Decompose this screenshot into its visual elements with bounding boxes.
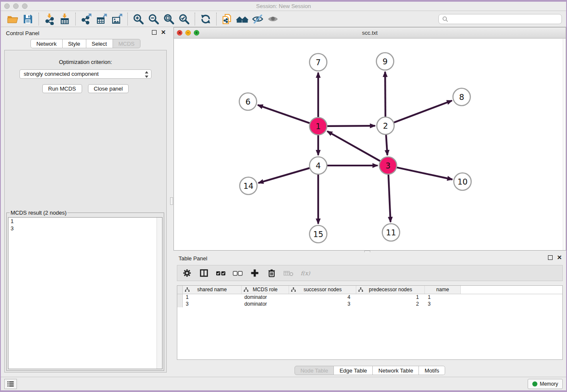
- delete-columns-button[interactable]: [266, 268, 277, 279]
- split-columns-button[interactable]: [198, 268, 209, 279]
- import-table-button[interactable]: [57, 12, 72, 26]
- delete-table-button[interactable]: [283, 268, 294, 279]
- graph-edge-1-2[interactable]: [327, 126, 375, 126]
- network-vscrollbar[interactable]: [563, 39, 566, 250]
- panel-splitter[interactable]: [170, 27, 173, 377]
- cell-mcds-role[interactable]: dominator: [241, 301, 289, 307]
- optimization-criterion-select[interactable]: strongly connected component: [19, 69, 151, 79]
- graph-node-label: 3: [385, 161, 391, 170]
- cell-predecessor-nodes[interactable]: 2: [356, 301, 425, 307]
- graph-node-2[interactable]: 2: [377, 117, 394, 135]
- column-header-name[interactable]: name: [425, 286, 460, 294]
- graph-node-8[interactable]: 8: [453, 88, 471, 106]
- deselect-all-columns-button[interactable]: [232, 268, 243, 279]
- float-panel-icon[interactable]: [548, 255, 553, 260]
- zoom-fit-button[interactable]: [161, 12, 176, 26]
- zoom-out-button[interactable]: [146, 12, 161, 26]
- export-network-icon: [80, 13, 92, 25]
- tab-style[interactable]: Style: [63, 39, 86, 48]
- graph-edge-4-14[interactable]: [259, 168, 310, 183]
- float-panel-icon[interactable]: [152, 30, 157, 35]
- toolbar-separator: [216, 13, 217, 25]
- select-all-columns-button[interactable]: [215, 268, 226, 279]
- cell-name[interactable]: 3: [425, 301, 460, 307]
- cell-successor-nodes[interactable]: 3: [289, 301, 356, 307]
- graph-node-7[interactable]: 7: [310, 54, 327, 71]
- column-header-shared-name[interactable]: shared name: [183, 286, 242, 294]
- graph-node-1[interactable]: 1: [310, 118, 327, 135]
- search-field[interactable]: [438, 14, 562, 24]
- control-panel: Control Panel ✕ NetworkStyleSelectMCDS O…: [1, 27, 170, 377]
- cell-shared-name[interactable]: 3: [183, 301, 242, 307]
- search-input[interactable]: [451, 16, 558, 22]
- toolbar-separator: [39, 13, 39, 25]
- run-mcds-button[interactable]: Run MCDS: [42, 84, 82, 93]
- graph-node-6[interactable]: 6: [239, 93, 257, 110]
- table-toolbar: f(x): [177, 265, 563, 281]
- close-panel-button[interactable]: Close panel: [88, 84, 129, 93]
- graph-node-9[interactable]: 9: [377, 53, 394, 70]
- zoom-selected-button[interactable]: [176, 12, 192, 26]
- graph-node-14[interactable]: 14: [240, 177, 257, 195]
- graph-node-label: 7: [316, 58, 321, 67]
- cell-successor-nodes[interactable]: 4: [289, 294, 356, 301]
- cell-shared-name[interactable]: 1: [183, 294, 242, 301]
- splitter-grip[interactable]: [170, 197, 173, 205]
- table-row[interactable]: 1dominator411: [177, 294, 562, 301]
- first-neighbors-button[interactable]: [235, 12, 250, 26]
- hide-selected-button[interactable]: [250, 12, 265, 26]
- graph-edge-2-9[interactable]: [385, 72, 385, 117]
- export-table-button[interactable]: [94, 12, 109, 26]
- zoom-in-button[interactable]: [131, 12, 146, 26]
- graph-node-label: 15: [313, 229, 323, 239]
- graph-edge-2-8[interactable]: [394, 101, 452, 123]
- export-image-button[interactable]: [109, 12, 124, 26]
- cell-name[interactable]: 1: [425, 294, 460, 301]
- column-header-successor-nodes[interactable]: successor nodes: [289, 286, 356, 294]
- close-panel-icon[interactable]: ✕: [161, 30, 166, 35]
- memory-button[interactable]: Memory: [528, 379, 563, 389]
- open-session-button[interactable]: [5, 12, 20, 26]
- network-titlebar[interactable]: ✕ − + scc.txt: [174, 28, 566, 39]
- import-network-button[interactable]: [42, 12, 57, 26]
- cell-mcds-role[interactable]: dominator: [241, 294, 289, 301]
- graph-node-label: 11: [386, 228, 396, 237]
- close-panel-icon[interactable]: ✕: [557, 255, 562, 260]
- column-header-predecessor-nodes[interactable]: predecessor nodes: [356, 286, 425, 294]
- graph-node-label: 1: [316, 121, 321, 131]
- tab-edge-table[interactable]: Edge Table: [334, 366, 373, 375]
- graph-node-10[interactable]: 10: [454, 173, 471, 190]
- tab-mcds[interactable]: MCDS: [113, 39, 140, 48]
- graph-edge-1-6[interactable]: [258, 105, 310, 123]
- table-row[interactable]: 3dominator323: [177, 301, 562, 307]
- graph-node-4[interactable]: 4: [310, 157, 327, 174]
- function-builder-button[interactable]: f(x): [300, 268, 311, 279]
- refresh-view-button[interactable]: [198, 12, 213, 26]
- clone-network-button[interactable]: [220, 12, 235, 26]
- mcds-result-list[interactable]: 13: [8, 217, 162, 369]
- task-history-button[interactable]: [4, 379, 17, 389]
- tab-motifs[interactable]: Motifs: [419, 366, 445, 375]
- tab-network[interactable]: Network: [30, 39, 63, 48]
- column-header-empty: [460, 286, 562, 294]
- add-column-button[interactable]: [249, 268, 260, 279]
- network-canvas[interactable]: 7961284310141511: [174, 39, 566, 250]
- graph-edge-2-3[interactable]: [386, 135, 387, 155]
- mcds-result-scrollbar[interactable]: [157, 218, 162, 369]
- save-session-button[interactable]: [20, 12, 36, 26]
- graph-edge-3-11[interactable]: [388, 174, 391, 222]
- graph-node-11[interactable]: 11: [383, 224, 400, 241]
- show-all-button[interactable]: [265, 12, 281, 26]
- export-network-button[interactable]: [79, 12, 94, 26]
- table-settings-button[interactable]: [182, 268, 193, 279]
- tab-network-table[interactable]: Network Table: [373, 366, 419, 375]
- tab-node-table[interactable]: Node Table: [295, 366, 334, 375]
- graph-node-15[interactable]: 15: [310, 226, 327, 243]
- cell-predecessor-nodes[interactable]: 1: [356, 294, 425, 301]
- graph-edge-3-1[interactable]: [327, 131, 380, 161]
- column-header-mcds-role[interactable]: MCDS role: [241, 286, 289, 294]
- import-table-icon: [59, 13, 71, 25]
- tab-select[interactable]: Select: [86, 39, 113, 48]
- graph-node-3[interactable]: 3: [380, 157, 397, 174]
- graph-edge-3-10[interactable]: [397, 167, 453, 179]
